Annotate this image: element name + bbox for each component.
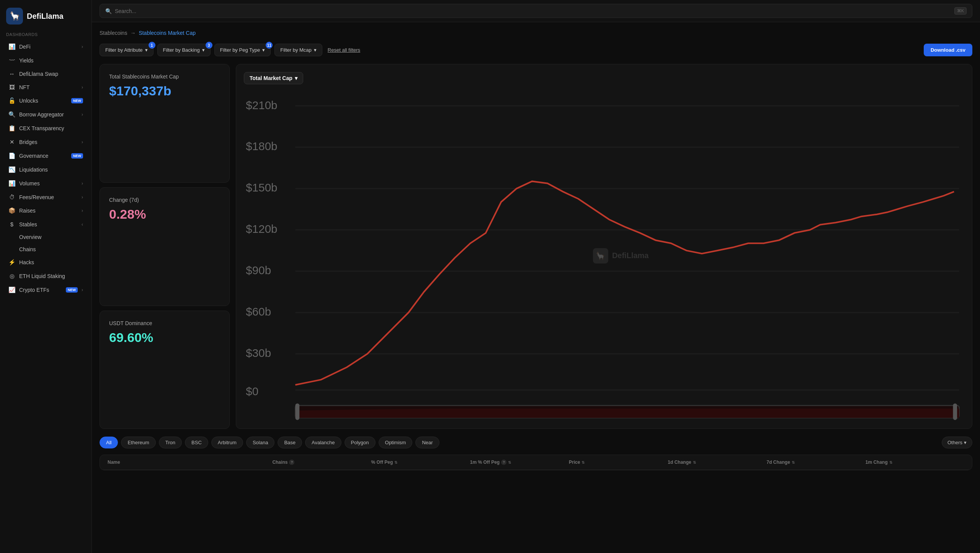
sidebar-item-hacks[interactable]: ⚡Hacks [2,255,89,269]
filter-attribute-btn[interactable]: Filter by Attribute ▾ 1 [100,44,154,56]
others-label: Others [947,440,962,445]
table-header-7d-change[interactable]: 7d Change⇅ [767,460,866,465]
chain-tab-avalanche[interactable]: Avalanche [305,437,341,448]
sidebar-item-liquidations[interactable]: 📉Liquidations [2,163,89,177]
sidebar-item-eth-liquid-staking[interactable]: ◎ETH Liquid Staking [2,269,89,283]
chevron-down-icon-3: ▾ [262,47,265,53]
help-icon[interactable]: ? [501,460,506,465]
sidebar-item-crypto-etfs[interactable]: 📈Crypto ETFsNEW› [2,283,89,297]
search-icon: 🔍 [105,8,112,14]
total-mcap-value: $170,337b [109,83,220,98]
nav-badge-unlocks: NEW [71,98,83,103]
nav-badge-governance: NEW [71,153,83,159]
nav-label-fees-revenue: Fees/Revenue [19,194,78,200]
usdt-dominance-card: USDT Dominance 69.60% [100,311,230,429]
table-header-1d-change[interactable]: 1d Change⇅ [668,460,766,465]
chevron-right-icon-bridges: › [82,139,83,145]
filter-mcap-label: Filter by Mcap [280,47,312,53]
sidebar-item-defillama-swap[interactable]: ↔DefiLlama Swap [2,67,89,80]
svg-rect-18 [295,403,299,420]
watermark-icon: 🦙 [593,248,608,263]
chain-tab-arbitrum[interactable]: Arbitrum [211,437,243,448]
sidebar-item-stables[interactable]: $Stables‹ [2,218,89,231]
chart-header: Total Market Cap ▾ [244,72,964,84]
filter-attribute-label: Filter by Attribute [105,47,143,53]
chevron-down-icon-chart: ▾ [295,75,297,81]
nav-icon-raises: 📦 [8,207,15,214]
sidebar-item-cex-transparency[interactable]: 📋CEX Transparency [2,121,89,135]
chain-tab-bsc[interactable]: BSC [185,437,208,448]
nav-label-liquidations: Liquidations [19,167,83,173]
table-header-name: Name [108,460,272,465]
nav-icon-crypto-etfs: 📈 [8,286,15,293]
chevron-right-icon-fees-revenue: › [82,195,83,200]
col-label: Price [569,460,580,465]
filter-peg-type-btn[interactable]: Filter by Peg Type ▾ 11 [214,44,271,56]
chevron-right-icon-volumes: › [82,181,83,186]
nav-icon-volumes: 📊 [8,180,15,187]
sidebar-item-yields[interactable]: 〰Yields [2,54,89,67]
sidebar-item-fees-revenue[interactable]: ⏱Fees/Revenue› [2,190,89,204]
help-icon[interactable]: ? [289,460,294,465]
chain-tab-all[interactable]: All [100,437,118,448]
sidebar-item-governance[interactable]: 📄GovernanceNEW [2,149,89,163]
filter-peg-type-label: Filter by Peg Type [220,47,260,53]
sidebar-item-volumes[interactable]: 📊Volumes› [2,177,89,190]
sort-arrows-icon: ⇅ [581,460,585,465]
chain-tab-ethereum[interactable]: Ethereum [121,437,155,448]
watermark-text: DefiLlama [612,251,649,260]
reset-filters-button[interactable]: Reset all filters [326,44,362,56]
sort-arrows-icon: ⇅ [792,460,795,465]
svg-text:$90b: $90b [246,264,271,276]
svg-text:$180b: $180b [246,140,277,152]
chevron-right-icon-raises: › [82,208,83,213]
table-header-price[interactable]: Price⇅ [569,460,668,465]
chain-tab-base[interactable]: Base [278,437,302,448]
kbd-hint: ⌘K [954,7,967,15]
chain-tab-solana[interactable]: Solana [246,437,274,448]
chevron-right-icon-crypto-etfs: › [82,287,83,293]
chain-tab-optimism[interactable]: Optimism [379,437,413,448]
chain-tab-tron[interactable]: Tron [159,437,182,448]
chain-tab-polygon[interactable]: Polygon [345,437,376,448]
table-header-1m-%-off-peg[interactable]: 1m % Off Peg?⇅ [470,460,569,465]
nav-label-unlocks: Unlocks [19,98,67,104]
filters-row: Filter by Attribute ▾ 1 Filter by Backin… [100,44,972,56]
table-header: NameChains?% Off Peg⇅1m % Off Peg?⇅Price… [100,455,972,470]
chain-tab-near[interactable]: Near [415,437,439,448]
logo-text: DefiLlama [27,12,64,21]
stats-chart-row: Total Stablecoins Market Cap $170,337b C… [100,64,972,429]
sidebar-item-defi[interactable]: 📊DeFi› [2,40,89,54]
usdt-dominance-label: USDT Dominance [109,320,220,326]
breadcrumb-stablecoins[interactable]: Stablecoins [100,30,127,36]
nav-icon-governance: 📄 [8,152,15,159]
topbar: 🔍 ⌘K [92,0,980,22]
sidebar-item-bridges[interactable]: ✕Bridges› [2,135,89,149]
chain-tab-others[interactable]: Others▾ [942,437,972,448]
sidebar-item-overview[interactable]: Overview [2,231,89,243]
breadcrumb-current: Stablecoins Market Cap [139,30,196,36]
search-box[interactable]: 🔍 ⌘K [100,4,972,18]
sidebar-item-chains[interactable]: Chains [2,243,89,255]
filter-mcap-btn[interactable]: Filter by Mcap ▾ [274,44,322,56]
table-header-1m-chang[interactable]: 1m Chang⇅ [866,460,964,465]
table-header-%-off-peg[interactable]: % Off Peg⇅ [371,460,470,465]
sort-arrows-icon: ⇅ [394,460,397,465]
nav-label-volumes: Volumes [19,180,78,187]
download-csv-button[interactable]: Download .csv [924,44,972,56]
chart-title-button[interactable]: Total Market Cap ▾ [244,72,303,84]
col-label: Name [108,460,120,465]
sidebar-item-nft[interactable]: 🖼NFT› [2,80,89,94]
nav-icon-borrow-aggregator: 🔍 [8,111,15,118]
sidebar-item-raises[interactable]: 📦Raises› [2,204,89,218]
dashboards-label: Dashboards [0,31,91,40]
nav-icon-unlocks: 🔓 [8,97,15,104]
nav-label-bridges: Bridges [19,139,78,145]
sidebar-item-unlocks[interactable]: 🔓UnlocksNEW [2,94,89,108]
filter-backing-btn[interactable]: Filter by Backing ▾ 3 [157,44,211,56]
logo-icon: 🦙 [6,8,23,25]
search-input[interactable] [115,8,951,14]
nav-label-governance: Governance [19,153,67,159]
total-mcap-card: Total Stablecoins Market Cap $170,337b [100,64,230,183]
sidebar-item-borrow-aggregator[interactable]: 🔍Borrow Aggregator› [2,108,89,121]
